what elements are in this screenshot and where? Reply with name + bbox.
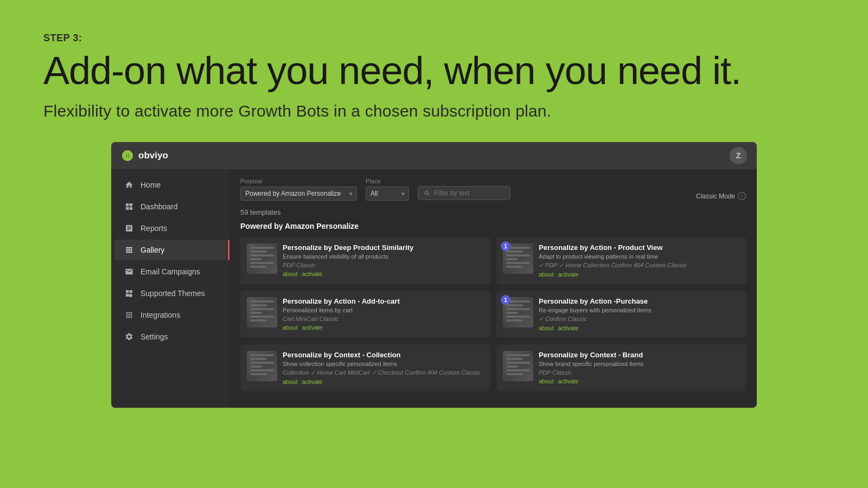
- purpose-filter-group: Purpose Powered by Amazon Personalize: [240, 178, 357, 201]
- logo-area: obviyo: [121, 149, 168, 162]
- sidebar-item-integrations-label: Integrations: [141, 311, 180, 319]
- template-actions: about activate: [539, 271, 739, 278]
- template-name: Personalize by Context - Brand: [539, 351, 739, 359]
- template-description: Adapt to product viewing patterns in rea…: [539, 253, 739, 260]
- about-link[interactable]: about: [539, 378, 554, 384]
- sidebar-item-settings[interactable]: Settings: [114, 326, 226, 347]
- purpose-label: Purpose: [240, 178, 357, 184]
- activate-link[interactable]: activate: [558, 378, 579, 384]
- gallery-icon: [124, 245, 134, 255]
- template-name: Personalize by Deep Product Similarity: [283, 243, 483, 252]
- about-link[interactable]: about: [283, 271, 298, 277]
- logo-text: obviyo: [138, 150, 168, 161]
- about-link[interactable]: about: [539, 325, 554, 331]
- home-icon: [124, 180, 134, 190]
- place-select[interactable]: All: [366, 187, 409, 201]
- title-bar: obviyo Z: [111, 142, 757, 169]
- sidebar-item-gallery[interactable]: Gallery: [114, 240, 226, 260]
- sidebar-item-supported-themes-label: Supported Themes: [141, 289, 205, 298]
- app-body: Home Dashboard: [111, 169, 757, 408]
- place-label: Place: [366, 178, 409, 184]
- filters-row: Purpose Powered by Amazon Personalize Pl…: [240, 178, 746, 201]
- template-name: Personalize by Context - Collection: [283, 351, 483, 359]
- info-icon: i: [738, 192, 746, 200]
- template-tags: Cart MiniCart Classic: [283, 316, 483, 322]
- section-header: Powered by Amazon Personalize: [240, 222, 746, 230]
- search-box[interactable]: [418, 186, 510, 200]
- template-info: Personalize by Deep Product Similarity E…: [283, 243, 483, 278]
- templates-grid: Personalize by Deep Product Similarity E…: [240, 237, 746, 391]
- about-link[interactable]: about: [283, 378, 298, 385]
- integrations-icon: [124, 310, 134, 320]
- template-name: Personalize by Action -Purchase: [539, 297, 739, 305]
- template-tags: PDP Classic: [539, 369, 739, 376]
- email-icon: [124, 267, 134, 277]
- template-actions: about activate: [283, 378, 483, 385]
- about-link[interactable]: about: [539, 271, 554, 278]
- app-window: obviyo Z Home: [111, 142, 757, 408]
- purpose-select-wrapper: Powered by Amazon Personalize: [240, 187, 357, 201]
- template-description: Re-engage buyers with personalized items: [539, 307, 739, 313]
- template-thumbnail: [247, 351, 277, 381]
- template-actions: about activate: [283, 271, 483, 277]
- sidebar-item-home-label: Home: [141, 181, 161, 189]
- template-info: Personalize by Action - Product View Ada…: [539, 243, 739, 278]
- sidebar-item-email-campaigns[interactable]: Email Campaigns: [114, 261, 226, 282]
- sidebar-item-reports[interactable]: Reports: [114, 218, 226, 239]
- themes-icon: [124, 288, 134, 298]
- purpose-select[interactable]: Powered by Amazon Personalize: [240, 187, 357, 201]
- template-actions: about activate: [283, 324, 483, 331]
- activate-link[interactable]: activate: [558, 325, 579, 331]
- search-icon: [424, 190, 431, 197]
- activate-link[interactable]: activate: [302, 324, 323, 331]
- template-info: Personalize by Context - Collection Show…: [283, 351, 483, 385]
- template-description: Show collection specific personalized it…: [283, 361, 483, 367]
- sidebar-item-integrations[interactable]: Integrations: [114, 305, 226, 325]
- template-tags: ✓ Confirm Classic: [539, 316, 739, 323]
- step-label: STEP 3:: [43, 33, 825, 44]
- template-actions: about activate: [539, 378, 739, 384]
- activate-link[interactable]: activate: [558, 271, 579, 278]
- template-actions: about activate: [539, 325, 739, 331]
- sidebar-item-dashboard[interactable]: Dashboard: [114, 196, 226, 217]
- template-name: Personalize by Action - Product View: [539, 243, 739, 252]
- template-info: Personalize by Context - Brand Show bran…: [539, 351, 739, 385]
- sub-heading: Flexibility to activate more Growth Bots…: [43, 102, 825, 120]
- place-filter-group: Place All: [366, 178, 409, 201]
- activate-link[interactable]: activate: [302, 378, 323, 385]
- sidebar: Home Dashboard: [111, 169, 229, 408]
- place-select-wrapper: All: [366, 187, 409, 201]
- template-card[interactable]: Personalize by Deep Product Similarity E…: [240, 237, 490, 284]
- sidebar-item-settings-label: Settings: [141, 332, 168, 341]
- sidebar-item-supported-themes[interactable]: Supported Themes: [114, 283, 226, 304]
- search-input[interactable]: [434, 189, 505, 197]
- outer-content: STEP 3: Add-on what you need, when you n…: [0, 0, 868, 408]
- main-content: Purpose Powered by Amazon Personalize Pl…: [229, 169, 757, 408]
- template-tags: PDP Classic: [283, 262, 483, 268]
- template-description: Personalized items by cart: [283, 307, 483, 313]
- template-thumbnail: [503, 351, 533, 381]
- logo-icon: [121, 149, 134, 162]
- activate-link[interactable]: activate: [302, 271, 323, 277]
- template-tags: ✓ PDP ✓ Home Collection Confirm 404 Cust…: [539, 262, 739, 269]
- user-avatar[interactable]: Z: [730, 147, 747, 164]
- about-link[interactable]: about: [283, 324, 298, 331]
- template-info: Personalize by Action -Purchase Re-engag…: [539, 297, 739, 331]
- classic-mode-label: Classic Mode: [696, 192, 735, 200]
- templates-count: 59 templates: [240, 208, 746, 216]
- template-thumbnail: [247, 297, 277, 328]
- template-card[interactable]: 1 Personalize by Action -Purchase Re-eng…: [496, 291, 746, 338]
- main-heading: Add-on what you need, when you need it.: [43, 49, 825, 92]
- template-tags: Collection ✓ Home Cart MiniCart ✓ Checko…: [283, 369, 483, 376]
- sidebar-item-email-campaigns-label: Email Campaigns: [141, 267, 200, 276]
- template-info: Personalize by Action - Add-to-cart Pers…: [283, 297, 483, 331]
- template-card[interactable]: 1 Personalize by Action - Product View A…: [496, 237, 746, 284]
- template-card[interactable]: Personalize by Action - Add-to-cart Pers…: [240, 291, 490, 338]
- sidebar-item-gallery-label: Gallery: [141, 246, 164, 254]
- sidebar-item-reports-label: Reports: [141, 224, 167, 233]
- sidebar-item-home[interactable]: Home: [114, 175, 226, 195]
- classic-mode-button[interactable]: Classic Mode i: [696, 192, 746, 200]
- template-card[interactable]: Personalize by Context - Collection Show…: [240, 344, 490, 391]
- template-card[interactable]: Personalize by Context - Brand Show bran…: [496, 344, 746, 391]
- sidebar-item-dashboard-label: Dashboard: [141, 202, 178, 211]
